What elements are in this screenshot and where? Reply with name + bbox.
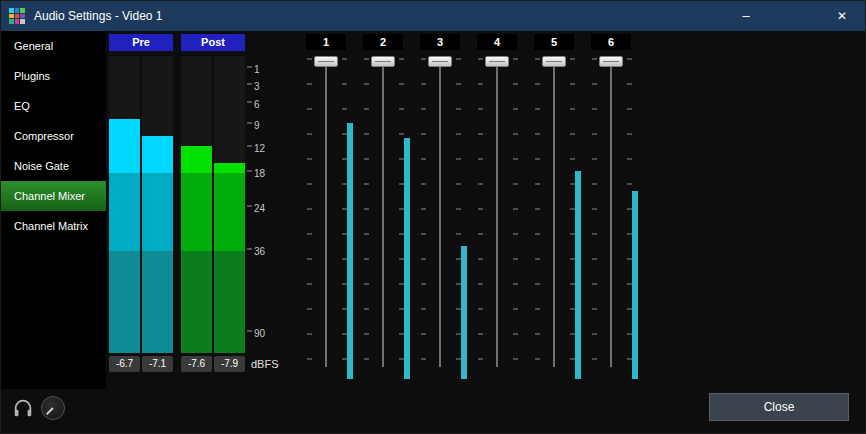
sidebar-item-plugins[interactable]: Plugins xyxy=(1,61,106,91)
fader-handle[interactable] xyxy=(542,56,566,67)
pre-meter-label: Pre xyxy=(109,34,173,51)
fader-ticks-left xyxy=(478,58,483,371)
pre-right-peak-value: -7.1 xyxy=(142,356,173,372)
scale-label: 3 xyxy=(254,80,260,91)
channel-meter xyxy=(347,59,353,379)
scale-tick xyxy=(247,249,252,250)
close-button[interactable]: Close xyxy=(709,393,849,421)
fader-ticks-left xyxy=(592,58,597,371)
post-meter-right xyxy=(214,56,245,353)
sidebar-item-channel-mixer[interactable]: Channel Mixer xyxy=(1,181,106,211)
scale-tick xyxy=(247,206,252,207)
headphones-icon xyxy=(12,397,34,419)
fader-ticks-left xyxy=(421,58,426,371)
channel-number: 6 xyxy=(591,34,631,50)
post-meter-label: Post xyxy=(181,34,245,51)
channel-strip-5: 5 xyxy=(526,34,584,390)
channel-meter xyxy=(575,59,581,379)
post-left-peak-value: -7.6 xyxy=(181,356,212,372)
fader-handle[interactable] xyxy=(485,56,509,67)
channel-strip-6: 6 xyxy=(583,34,641,390)
channel-number: 2 xyxy=(363,34,403,50)
channel-meter xyxy=(518,59,524,379)
post-meter-left xyxy=(181,56,212,353)
channel-number: 3 xyxy=(420,34,460,50)
sidebar-item-compressor[interactable]: Compressor xyxy=(1,121,106,151)
scale-tick xyxy=(247,171,252,172)
fader-track[interactable] xyxy=(553,61,555,367)
fader-ticks-left xyxy=(307,58,312,371)
scale-label: 9 xyxy=(254,119,260,130)
channel-strip-1: 1 xyxy=(298,34,356,390)
scale-label: 6 xyxy=(254,99,260,110)
fader-handle[interactable] xyxy=(314,56,338,67)
window-title: Audio Settings - Video 1 xyxy=(34,9,163,23)
channel-number: 1 xyxy=(306,34,346,50)
fader-ticks-left xyxy=(364,58,369,371)
scale-label: 18 xyxy=(254,168,265,179)
sidebar-item-noise-gate[interactable]: Noise Gate xyxy=(1,151,106,181)
pre-meter-left xyxy=(109,56,140,353)
fader-track[interactable] xyxy=(496,61,498,367)
app-icon xyxy=(9,8,25,24)
scale-label: 90 xyxy=(254,328,265,339)
fader-ticks-left xyxy=(535,58,540,371)
fader-track[interactable] xyxy=(610,61,612,367)
pre-meter-right xyxy=(142,56,173,353)
channel-strip-2: 2 xyxy=(355,34,413,390)
scale-tick xyxy=(247,146,252,147)
db-scale: 1 3 6 9 12 18 24 36 90 xyxy=(247,56,281,353)
title-bar: Audio Settings - Video 1 – ✕ xyxy=(1,1,865,31)
sidebar-item-general[interactable]: General xyxy=(1,31,106,61)
fader-track[interactable] xyxy=(382,61,384,367)
fader-track[interactable] xyxy=(439,61,441,367)
fader-track[interactable] xyxy=(325,61,327,367)
scale-label: 1 xyxy=(254,64,260,75)
scale-tick xyxy=(247,83,252,84)
fader-handle[interactable] xyxy=(371,56,395,67)
channel-strip-3: 3 xyxy=(412,34,470,390)
scale-tick xyxy=(247,122,252,123)
post-right-peak-value: -7.9 xyxy=(214,356,245,372)
pre-left-peak-value: -6.7 xyxy=(109,356,140,372)
scale-tick xyxy=(247,102,252,103)
dbfs-unit-label: dBFS xyxy=(251,358,279,370)
scale-tick xyxy=(247,67,252,68)
fader-handle[interactable] xyxy=(428,56,452,67)
scale-tick xyxy=(247,331,252,332)
channel-strip-4: 4 xyxy=(469,34,527,390)
channel-number: 5 xyxy=(534,34,574,50)
close-window-button[interactable]: ✕ xyxy=(819,1,865,31)
settings-sidebar: General Plugins EQ Compressor Noise Gate… xyxy=(1,31,106,389)
minimize-button[interactable]: – xyxy=(723,1,769,31)
sidebar-item-channel-matrix[interactable]: Channel Matrix xyxy=(1,211,106,241)
sidebar-item-eq[interactable]: EQ xyxy=(1,91,106,121)
knob-pointer-icon xyxy=(46,407,54,415)
scale-label: 24 xyxy=(254,203,265,214)
channel-meter xyxy=(461,59,467,379)
headphones-monitor-button[interactable] xyxy=(12,397,34,419)
channel-meter xyxy=(632,59,638,379)
fader-handle[interactable] xyxy=(599,56,623,67)
audio-settings-window: Audio Settings - Video 1 – ✕ General Plu… xyxy=(0,0,866,434)
monitor-volume-knob[interactable] xyxy=(41,396,65,420)
scale-label: 12 xyxy=(254,143,265,154)
channel-meter xyxy=(404,59,410,379)
channel-number: 4 xyxy=(477,34,517,50)
scale-label: 36 xyxy=(254,246,265,257)
